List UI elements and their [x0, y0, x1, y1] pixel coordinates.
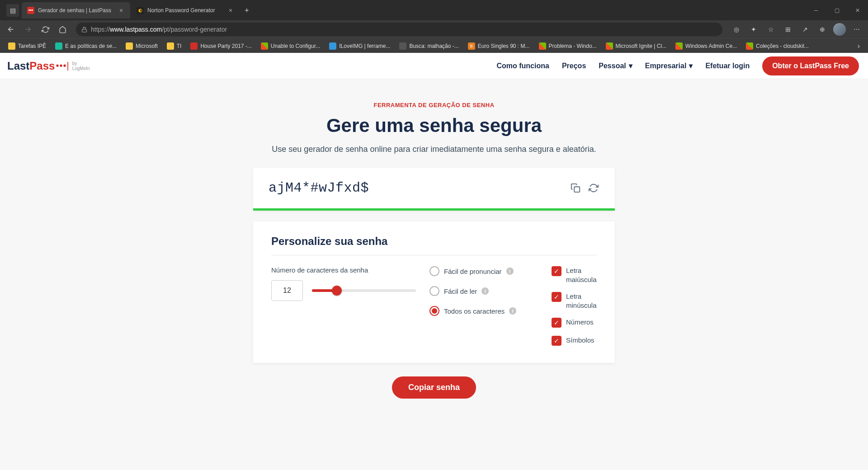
cta-get-free-button[interactable]: Obter o LastPass Free	[762, 56, 859, 75]
checkbox-icon: ✓	[552, 266, 561, 276]
chevron-down-icon: ▾	[629, 61, 632, 70]
toolbar-right: ◎ ✦ ☆ ⊞ ↗ ⊕ ⋯	[729, 22, 864, 37]
collections-icon[interactable]: ⊞	[780, 22, 796, 37]
radio-icon	[429, 286, 439, 296]
site-icon	[399, 42, 406, 50]
bookmark-item[interactable]: Problema - Windo...	[535, 41, 600, 52]
radio-icon	[429, 306, 439, 316]
share-icon[interactable]: ↗	[797, 22, 813, 37]
copy-password-button[interactable]: Copiar senha	[392, 376, 476, 399]
puzzle-icon[interactable]: ⊕	[815, 22, 830, 37]
password-display: ajM4*#wJfxd$	[253, 168, 615, 211]
browser-titlebar: ▤ ••• Gerador de senhas | LastPass × ◐ N…	[0, 0, 868, 20]
bookmark-item[interactable]: E as políticas de se...	[52, 41, 120, 52]
lastpass-logo[interactable]: LastPass •••| byLogMeIn	[7, 60, 90, 72]
lastpass-favicon: •••	[27, 7, 34, 14]
bookmark-item[interactable]: Coleções - cloudskil...	[742, 41, 812, 52]
radio-all-characters[interactable]: Todos os caracteres i	[429, 306, 538, 316]
site-icon	[746, 42, 753, 50]
bookmark-item[interactable]: BEuro Singles 90 : M...	[464, 41, 533, 52]
folder-icon	[8, 42, 15, 50]
char-type-checks: ✓ Letra maiúscula ✓ Letra minúscula ✓ Nú…	[552, 266, 597, 346]
password-display-card: ajM4*#wJfxd$	[253, 168, 615, 211]
url-text: https://www.lastpass.com/pt/password-gen…	[91, 26, 227, 33]
bookmark-item[interactable]: Microsoft	[122, 41, 161, 52]
browser-tab-active[interactable]: ••• Gerador de senhas | LastPass ×	[22, 2, 130, 19]
nav-pessoal[interactable]: Pessoal▾	[599, 61, 632, 70]
options-title: Personalize sua senha	[271, 235, 597, 255]
check-symbols[interactable]: ✓ Símbolos	[552, 336, 597, 346]
site-icon	[261, 42, 268, 50]
tab-title: Gerador de senhas | LastPass	[38, 7, 118, 14]
info-icon[interactable]: i	[509, 307, 516, 315]
check-numbers[interactable]: ✓ Números	[552, 318, 597, 328]
bookmarks-overflow-icon[interactable]: ›	[854, 42, 863, 50]
close-tab-icon[interactable]: ×	[118, 7, 125, 14]
bookmark-item[interactable]: Unable to Configur...	[257, 41, 324, 52]
info-icon[interactable]: i	[506, 268, 514, 275]
maximize-button[interactable]: ▢	[826, 3, 847, 18]
generated-password: ajM4*#wJfxd$	[269, 180, 563, 196]
site-icon	[606, 42, 613, 50]
radio-icon	[429, 266, 439, 276]
regenerate-icon[interactable]	[588, 182, 599, 194]
svg-rect-1	[574, 187, 580, 192]
close-window-button[interactable]: ✕	[847, 3, 868, 18]
close-tab-icon[interactable]: ×	[227, 7, 234, 14]
browser-tab[interactable]: ◐ Norton Password Generator ×	[131, 2, 240, 19]
bookmark-item[interactable]: TI	[163, 41, 185, 52]
length-input[interactable]	[271, 280, 303, 301]
norton-favicon: ◐	[137, 7, 144, 14]
back-button[interactable]	[4, 22, 18, 37]
minimize-button[interactable]: ─	[806, 3, 826, 18]
bookmark-item[interactable]: Busca: malhação -...	[396, 41, 462, 52]
radio-easy-say[interactable]: Fácil de pronunciar i	[429, 266, 538, 276]
svg-rect-0	[82, 29, 87, 32]
checkbox-icon: ✓	[552, 318, 561, 328]
charset-radios: Fácil de pronunciar i Fácil de ler i Tod…	[429, 266, 538, 346]
bookmark-item[interactable]: House Party 2017 -...	[187, 41, 255, 52]
slider-thumb[interactable]	[332, 286, 342, 296]
menu-icon[interactable]: ⋯	[849, 22, 864, 37]
options-card: Personalize sua senha Número de caracter…	[253, 221, 615, 363]
check-uppercase[interactable]: ✓ Letra maiúscula	[552, 266, 597, 284]
bookmark-item[interactable]: ILoveIMG | ferrame...	[326, 41, 394, 52]
hero-eyebrow: FERRAMENTA DE GERAÇÃO DE SENHA	[231, 102, 637, 108]
home-button[interactable]	[55, 22, 70, 37]
tab-bar: ▤ ••• Gerador de senhas | LastPass × ◐ N…	[0, 0, 806, 20]
reload-button[interactable]	[38, 22, 52, 37]
chevron-down-icon: ▾	[689, 61, 693, 70]
nav-login[interactable]: Efetuar login	[705, 62, 750, 70]
address-bar[interactable]: https://www.lastpass.com/pt/password-gen…	[76, 23, 722, 36]
checkbox-icon: ✓	[552, 336, 561, 346]
bookmark-item[interactable]: Microsoft Ignite | Cl...	[602, 41, 670, 52]
profile-avatar[interactable]	[832, 22, 847, 37]
hero: FERRAMENTA DE GERAÇÃO DE SENHA Gere uma …	[231, 102, 637, 154]
new-tab-button[interactable]: +	[241, 4, 253, 17]
radio-easy-read[interactable]: Fácil de ler i	[429, 286, 538, 296]
extension-icon[interactable]: ✦	[746, 22, 761, 37]
bookmark-item[interactable]: Windows Admin Ce...	[672, 41, 741, 52]
nav-empresarial[interactable]: Empresarial▾	[645, 61, 693, 70]
copy-icon[interactable]	[570, 182, 581, 194]
app-menu-icon[interactable]: ▤	[6, 4, 19, 17]
info-icon[interactable]: i	[481, 287, 489, 295]
site-icon	[190, 42, 198, 50]
forward-button[interactable]	[21, 22, 35, 37]
site-icon	[329, 42, 336, 50]
page-content: FERRAMENTA DE GERAÇÃO DE SENHA Gere uma …	[0, 79, 868, 470]
length-controls	[271, 280, 416, 301]
window-controls: ─ ▢ ✕	[806, 3, 868, 18]
length-slider[interactable]	[312, 289, 416, 292]
site-header: LastPass •••| byLogMeIn Como funciona Pr…	[0, 53, 868, 79]
bookmark-item[interactable]: Tarefas IPÊ	[5, 41, 50, 52]
lock-icon	[81, 27, 87, 33]
tracking-icon[interactable]: ◎	[729, 22, 744, 37]
check-lowercase[interactable]: ✓ Letra minúscula	[552, 292, 597, 310]
nav-precos[interactable]: Preços	[562, 62, 586, 70]
nav-como-funciona[interactable]: Como funciona	[496, 62, 549, 70]
site-nav: Como funciona Preços Pessoal▾ Empresaria…	[496, 56, 859, 75]
favorites-icon[interactable]: ☆	[763, 22, 778, 37]
site-icon	[539, 42, 546, 50]
page-viewport: LastPass •••| byLogMeIn Como funciona Pr…	[0, 53, 868, 470]
